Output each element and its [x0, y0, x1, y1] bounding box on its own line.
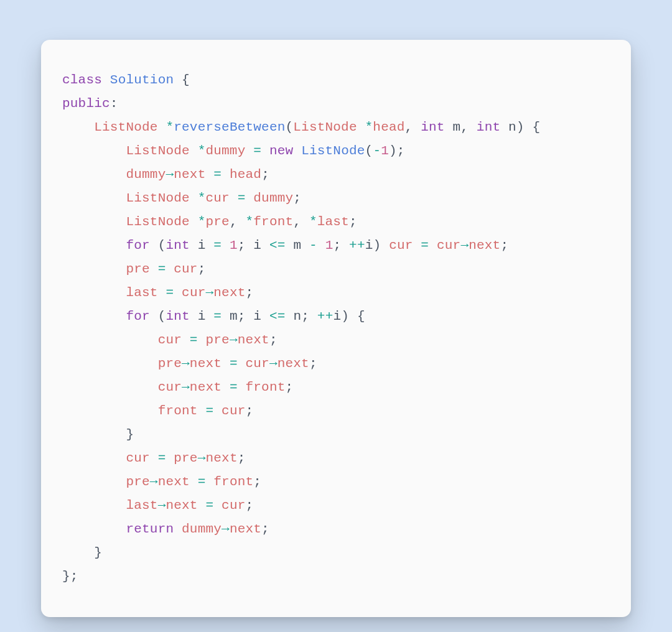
kw-public: public	[62, 96, 110, 111]
indent	[62, 427, 126, 442]
semi: ;	[238, 451, 246, 465]
semi: ;	[261, 167, 269, 182]
code-line: cur = pre→next;	[62, 333, 278, 347]
semi: ;	[333, 238, 341, 253]
code-block: class Solution { public: ListNode *rever…	[62, 68, 610, 588]
kw-for: for	[126, 309, 149, 323]
code-line: pre→next = cur→next;	[62, 356, 317, 371]
rparen: )	[516, 120, 525, 134]
type: ListNode	[126, 191, 189, 205]
neg: -	[373, 144, 381, 158]
eq: =	[213, 238, 222, 253]
var-cur: cur	[222, 498, 245, 513]
code-line: front = cur;	[62, 404, 253, 418]
eq: =	[158, 451, 166, 465]
space	[198, 404, 206, 418]
space	[317, 238, 325, 253]
var-i: i	[333, 309, 341, 323]
eq: =	[198, 475, 206, 489]
space	[246, 309, 254, 323]
code-line: ListNode *cur = dummy;	[62, 191, 301, 205]
space	[246, 238, 254, 253]
indent	[62, 546, 94, 560]
space	[158, 286, 166, 300]
space	[261, 144, 269, 158]
var-i: i	[253, 309, 261, 323]
space	[238, 380, 246, 394]
indent	[62, 498, 126, 513]
lparen: (	[158, 309, 166, 323]
ret-type: ListNode	[94, 120, 157, 134]
space	[102, 73, 110, 87]
kw-int: int	[421, 120, 444, 134]
kw-int: int	[166, 238, 189, 253]
code-line: cur = pre→next;	[62, 451, 246, 465]
comma: ,	[293, 215, 309, 229]
kw-class: class	[62, 73, 102, 87]
var-cur: cur	[222, 404, 245, 418]
member-next: next	[205, 451, 237, 465]
close-brace-semi: };	[62, 569, 78, 583]
space	[341, 238, 349, 253]
space	[301, 238, 309, 253]
var-cur: cur	[246, 356, 269, 371]
semi: ;	[246, 498, 254, 513]
indent	[62, 404, 158, 418]
lparen: (	[286, 120, 294, 134]
var-pre: pre	[126, 475, 149, 489]
space	[261, 309, 269, 323]
num-one: 1	[381, 144, 389, 158]
brace-open: {	[349, 309, 365, 323]
member-next: next	[230, 522, 261, 536]
kw-int: int	[477, 120, 500, 134]
indent	[62, 262, 126, 276]
var-front: front	[253, 215, 293, 229]
rparen: )	[341, 309, 349, 323]
eq: =	[205, 404, 213, 418]
comma: ,	[405, 120, 421, 134]
code-line: pre = cur;	[62, 262, 205, 276]
space	[261, 238, 269, 253]
arrow-icon: →	[269, 356, 278, 371]
comma: ,	[230, 215, 246, 229]
var-n: n	[293, 309, 301, 323]
var-front: front	[246, 380, 286, 394]
param-n: n	[508, 120, 516, 134]
eq: =	[238, 191, 246, 205]
space	[357, 120, 365, 134]
space	[150, 238, 158, 253]
space	[286, 238, 294, 253]
param-type: ListNode	[293, 120, 357, 134]
var-cur: cur	[437, 238, 460, 253]
arrow-icon: →	[222, 522, 230, 536]
var-last: last	[126, 498, 157, 513]
code-card: class Solution { public: ListNode *rever…	[41, 40, 631, 617]
space	[500, 120, 508, 134]
member-next: next	[174, 167, 205, 182]
space	[158, 120, 166, 134]
eq: =	[421, 238, 429, 253]
space	[198, 333, 206, 347]
space	[166, 262, 174, 276]
indent	[62, 215, 126, 229]
space	[213, 404, 222, 418]
indent	[62, 238, 126, 253]
num-one: 1	[325, 238, 334, 253]
eq: =	[230, 380, 238, 394]
arrow-icon: →	[198, 451, 206, 465]
code-line: last = cur→next;	[62, 286, 253, 300]
indent	[62, 356, 158, 371]
code-line: for (int i = m; i <= n; ++i) {	[62, 309, 365, 323]
member-next: next	[190, 380, 222, 394]
space	[190, 144, 198, 158]
code-line: class Solution {	[62, 73, 190, 87]
star: *	[198, 215, 206, 229]
var-m: m	[293, 238, 301, 253]
comma: ,	[460, 120, 477, 134]
op-minus: -	[309, 238, 317, 253]
op-le: <=	[269, 309, 286, 323]
var-i: i	[198, 309, 206, 323]
kw-for: for	[126, 238, 149, 253]
var-i: i	[365, 238, 373, 253]
brace-open: {	[525, 120, 541, 134]
